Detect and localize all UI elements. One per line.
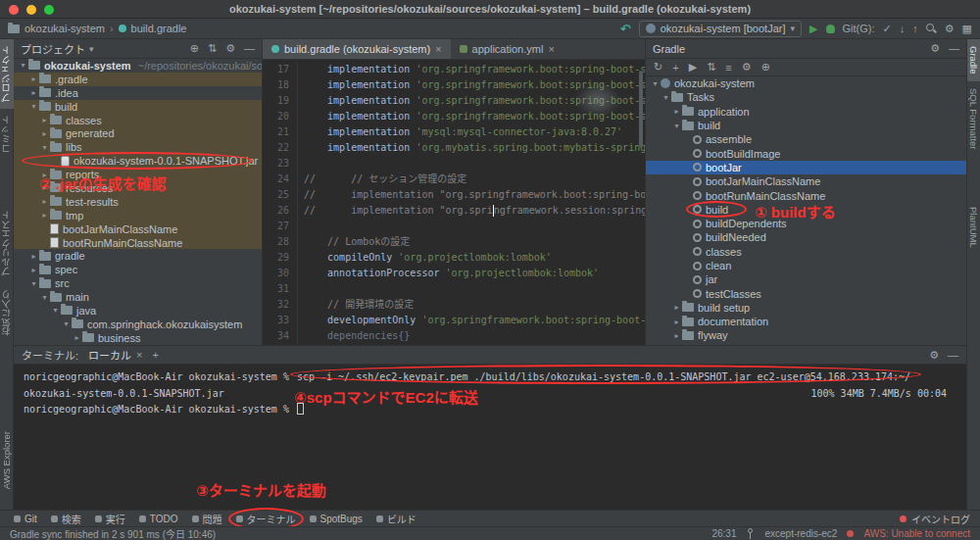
tree-item[interactable]: ▾Tasks [646,90,966,104]
git-branch-name[interactable]: except-redis-ec2 [765,528,838,539]
toolwindow-button-1[interactable]: Git [14,512,37,526]
git-check-icon[interactable]: ✓ [883,23,892,35]
chevron-collapsed-icon[interactable]: ▸ [28,74,39,83]
tree-item[interactable]: classes [646,245,966,259]
target-icon[interactable]: ⊕ [761,61,770,74]
run-button[interactable]: ▶ [809,23,817,35]
chevron-collapsed-icon[interactable]: ▸ [671,331,682,340]
tree-item[interactable]: ▸classes [14,114,262,127]
tree-item[interactable]: ▸tmp [14,209,262,222]
minimize-window-button[interactable] [26,5,36,15]
gear-icon[interactable]: ⚙ [742,61,752,74]
tree-item[interactable]: bootJarMainClassName [646,174,966,188]
close-tab-icon[interactable]: × [136,349,142,361]
tree-item[interactable]: ▾java [14,304,262,318]
close-tab-icon[interactable]: × [435,43,441,55]
menu-icon[interactable]: ≡ [725,62,731,74]
terminal-tab-local[interactable]: ローカル × [88,347,142,363]
plus-icon[interactable]: + [672,62,678,74]
chevron-expanded-icon[interactable]: ▾ [650,79,661,88]
tree-item[interactable]: ▸generated [14,126,262,140]
close-window-button[interactable] [9,5,19,15]
run-config-selector[interactable]: okozukai-system [bootJar] ▾ [639,21,802,37]
tree-item[interactable]: ▾libs [14,140,262,154]
chevron-expanded-icon[interactable]: ▾ [28,102,39,111]
tree-item[interactable]: ▸test-results [14,195,262,209]
chevron-collapsed-icon[interactable]: ▸ [28,88,39,97]
chevron-expanded-icon[interactable]: ▾ [39,293,50,302]
refresh-icon[interactable]: ↻ [654,61,662,74]
new-terminal-button[interactable]: + [153,349,159,361]
tree-item[interactable]: ▾okozukai-system ~/repositories/okozukai… [14,59,262,73]
terminal-output[interactable]: noricgeographic@MacBook-Air okozukai-sys… [14,365,966,510]
tree-item[interactable]: testClasses [646,286,966,300]
execute-icon[interactable]: ▶ [689,61,697,74]
gear-icon[interactable]: ⚙ [225,42,235,55]
tree-item[interactable]: ▾okozukai-system [646,76,966,90]
tree-item[interactable]: okozukai-system-0.0.1-SNAPSHOT.jar [14,154,262,168]
toolwindow-button[interactable]: お気に入り [0,283,15,344]
toolwindow-button[interactable]: AWS Explorer [0,424,13,496]
tree-item[interactable]: buildNeeded [646,230,966,244]
aws-status[interactable]: AWS: Unable to connect [863,528,970,539]
tree-item[interactable]: ▸flyway [646,328,966,342]
hide-panel-icon[interactable]: — [244,42,255,55]
tree-item[interactable]: ▾main [14,290,262,304]
tree-item[interactable]: ▸business [14,331,262,345]
tree-item[interactable]: bootRunMainClassName [14,236,262,250]
tree-item[interactable]: ▸.idea [14,86,262,100]
layout-icon[interactable]: ▦ [962,23,972,35]
tab-application-yml[interactable]: application.yml × [451,39,564,59]
chevron-expanded-icon[interactable]: ▾ [671,122,682,130]
toolwindow-button-2[interactable]: 検索 [51,512,81,526]
chevron-collapsed-icon[interactable]: ▸ [39,129,50,138]
load-gradle-changes-icon[interactable]: ↶ [620,22,631,36]
caret-position[interactable]: 26:31 [711,528,736,539]
toolwindow-button-5[interactable]: 問題 [192,512,222,526]
collapse-all-icon[interactable]: ⇅ [208,42,217,55]
tree-item[interactable]: assemble [646,132,966,146]
toolwindow-button-7[interactable]: SpotBugs [310,512,363,526]
debug-button[interactable] [826,25,835,33]
tree-item[interactable]: ▸.gradle [14,73,262,86]
chevron-collapsed-icon[interactable]: ▸ [39,197,50,206]
event-log-button[interactable]: イベントログ [900,512,970,526]
tree-item[interactable]: clean [646,259,966,272]
toolwindow-button-6[interactable]: ターミナル [236,512,296,526]
chevron-expanded-icon[interactable]: ▾ [28,279,39,288]
tree-item[interactable]: ▾build [646,119,966,132]
tree-item[interactable]: ▸gradle [14,249,262,263]
tree-item[interactable]: jar [646,272,966,286]
tree-item[interactable]: bootJar [646,161,966,174]
chevron-collapsed-icon[interactable]: ▸ [671,107,682,116]
git-update-icon[interactable]: ↓ [900,23,906,34]
chevron-collapsed-icon[interactable]: ▸ [28,266,39,274]
chevron-expanded-icon[interactable]: ▾ [661,93,671,102]
chevron-expanded-icon[interactable]: ▾ [39,143,50,152]
toolwindow-button-3[interactable]: 実行 [95,512,125,526]
tree-item[interactable]: ▸build setup [646,301,966,315]
toolwindow-button[interactable]: PlantUML [967,200,980,255]
tree-item[interactable]: bootBuildImage [646,146,966,160]
toolwindow-button[interactable]: コミット [0,109,15,160]
chevron-collapsed-icon[interactable]: ▸ [39,211,50,220]
tree-item[interactable]: ▸documentation [646,315,966,328]
toolwindow-button[interactable]: SQL Formatter [967,81,980,156]
gear-icon[interactable]: ⚙ [930,42,940,55]
settings-gear-icon[interactable]: ⚙ [945,23,955,35]
chevron-collapsed-icon[interactable]: ▸ [39,116,50,124]
git-push-icon[interactable]: ↑ [912,23,918,34]
chevron-collapsed-icon[interactable]: ▸ [72,333,82,342]
tree-item[interactable]: ▸application [646,105,966,119]
tree-item[interactable]: ▾src [14,276,262,290]
toolwindow-button[interactable]: プロジェクト [0,39,15,109]
tab-build-gradle[interactable]: build.gradle (okozukai-system) × [263,39,451,59]
toolwindow-button[interactable]: プルリクエスト [0,204,15,283]
select-opened-file-icon[interactable]: ⊕ [190,42,199,55]
tree-item[interactable]: ▾com.springhack.okozukaisystem [14,318,262,331]
close-tab-icon[interactable]: × [548,43,554,55]
toolwindow-button-4[interactable]: TODO [139,512,178,526]
chevron-expanded-icon[interactable]: ▾ [18,61,28,70]
hide-panel-icon[interactable]: — [948,349,958,362]
tree-item[interactable]: bootJarMainClassName [14,222,262,236]
